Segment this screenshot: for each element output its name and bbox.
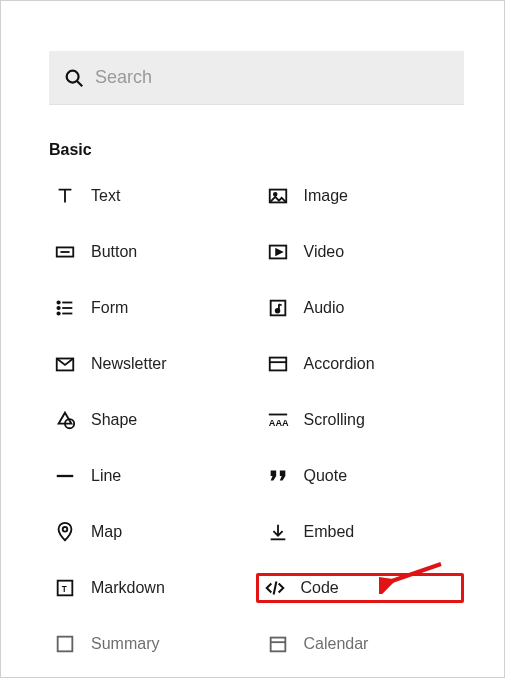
block-item-audio[interactable]: Audio	[262, 293, 465, 323]
svg-rect-28	[58, 637, 73, 652]
block-item-shape[interactable]: Shape	[49, 405, 252, 435]
button-icon	[53, 240, 77, 264]
search-bar[interactable]	[49, 51, 464, 105]
scroll-area[interactable]: Basic Text	[1, 1, 504, 677]
content: Basic Text	[1, 1, 504, 677]
block-item-label: Text	[91, 187, 120, 205]
svg-rect-16	[269, 358, 286, 371]
audio-icon	[266, 296, 290, 320]
block-item-image[interactable]: Image	[262, 181, 465, 211]
map-icon	[53, 520, 77, 544]
block-item-code[interactable]: Code	[256, 573, 465, 603]
block-item-label: Button	[91, 243, 137, 261]
block-item-label: Calendar	[304, 635, 369, 653]
block-item-calendar[interactable]: Calendar	[262, 629, 465, 659]
search-icon	[63, 67, 85, 89]
block-item-label: Summary	[91, 635, 159, 653]
summary-icon	[53, 632, 77, 656]
svg-point-11	[57, 312, 59, 314]
block-item-label: Markdown	[91, 579, 165, 597]
markdown-icon: T	[53, 576, 77, 600]
block-item-label: Video	[304, 243, 345, 261]
image-icon	[266, 184, 290, 208]
section-title-basic: Basic	[49, 141, 464, 159]
code-icon	[263, 576, 287, 600]
block-item-label: Embed	[304, 523, 355, 541]
block-picker-panel: Basic Text	[0, 0, 505, 678]
block-item-label: Line	[91, 467, 121, 485]
newsletter-icon	[53, 352, 77, 376]
svg-point-22	[63, 527, 68, 532]
block-item-label: Audio	[304, 299, 345, 317]
block-item-summary[interactable]: Summary	[49, 629, 252, 659]
block-item-button[interactable]: Button	[49, 237, 252, 267]
quote-icon	[266, 464, 290, 488]
search-input[interactable]	[95, 67, 450, 88]
accordion-icon	[266, 352, 290, 376]
svg-rect-29	[270, 638, 285, 652]
svg-point-14	[275, 309, 279, 313]
block-item-markdown[interactable]: T Markdown	[49, 573, 252, 603]
text-icon	[53, 184, 77, 208]
block-grid: Text Image	[49, 181, 464, 659]
svg-point-0	[67, 70, 79, 82]
block-item-embed[interactable]: Embed	[262, 517, 465, 547]
video-icon	[266, 240, 290, 264]
calendar-icon	[266, 632, 290, 656]
block-item-map[interactable]: Map	[49, 517, 252, 547]
block-item-form[interactable]: Form	[49, 293, 252, 323]
block-item-newsletter[interactable]: Newsletter	[49, 349, 252, 379]
svg-point-3	[273, 193, 276, 196]
block-item-label: Scrolling	[304, 411, 365, 429]
block-item-label: Form	[91, 299, 128, 317]
block-item-scrolling[interactable]: AAA Scrolling	[262, 405, 465, 435]
shape-icon	[53, 408, 77, 432]
svg-text:AAA: AAA	[268, 418, 288, 428]
line-icon	[53, 464, 77, 488]
scrolling-icon: AAA	[266, 408, 290, 432]
embed-icon	[266, 520, 290, 544]
block-item-line[interactable]: Line	[49, 461, 252, 491]
block-item-label: Quote	[304, 467, 348, 485]
block-item-label: Shape	[91, 411, 137, 429]
svg-line-27	[273, 582, 276, 595]
svg-point-7	[57, 301, 59, 303]
block-item-label: Image	[304, 187, 348, 205]
svg-text:T: T	[62, 585, 67, 594]
block-item-label: Map	[91, 523, 122, 541]
block-item-quote[interactable]: Quote	[262, 461, 465, 491]
block-item-text[interactable]: Text	[49, 181, 252, 211]
block-item-accordion[interactable]: Accordion	[262, 349, 465, 379]
block-item-video[interactable]: Video	[262, 237, 465, 267]
block-item-label: Code	[301, 579, 339, 597]
block-item-label: Newsletter	[91, 355, 167, 373]
svg-point-9	[57, 307, 59, 309]
form-icon	[53, 296, 77, 320]
svg-line-1	[77, 81, 82, 86]
block-item-label: Accordion	[304, 355, 375, 373]
